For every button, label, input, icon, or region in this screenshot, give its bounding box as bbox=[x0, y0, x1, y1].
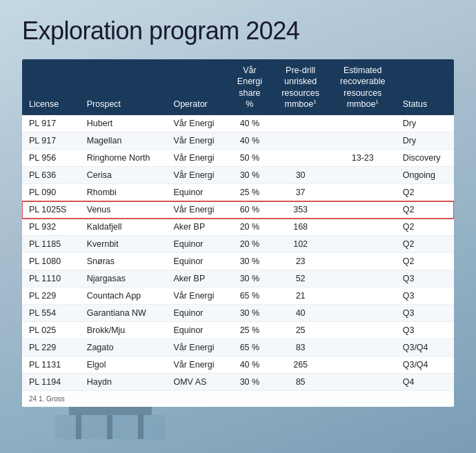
table-cell: Hubert bbox=[80, 115, 167, 132]
table-cell: PL 956 bbox=[22, 150, 80, 167]
footnote: 24 1. Gross bbox=[22, 391, 454, 407]
table-row: PL 554Garantiana NWEquinor30 %40Q3 bbox=[22, 305, 454, 322]
table-cell: Q3/Q4 bbox=[396, 339, 454, 356]
exploration-table: License Prospect Operator VårEnergishare… bbox=[22, 59, 454, 391]
table-cell: Countach App bbox=[80, 288, 167, 305]
table-cell: Q3 bbox=[396, 288, 454, 305]
table-cell: Zagato bbox=[80, 339, 167, 356]
table-row: PL 917HubertVår Energi40 %Dry bbox=[22, 115, 454, 132]
table-row: PL 1110NjargasasAker BP30 %52Q3 bbox=[22, 270, 454, 288]
table-cell: Njargasas bbox=[80, 270, 167, 288]
table-cell bbox=[330, 184, 396, 201]
svg-rect-3 bbox=[107, 415, 112, 439]
table-cell: Q2 bbox=[396, 201, 454, 219]
col-header-status: Status bbox=[396, 59, 454, 115]
table-cell: Rhombi bbox=[80, 184, 167, 201]
table-row: PL 1131ElgolVår Energi40 %265Q3/Q4 bbox=[22, 356, 454, 374]
table-cell: Haydn bbox=[80, 374, 167, 391]
table-row: PL 917MagellanVår Energi40 %Dry bbox=[22, 132, 454, 150]
table-cell: PL 1194 bbox=[22, 374, 80, 391]
table-cell bbox=[330, 339, 396, 356]
table-cell: Q4 bbox=[396, 374, 454, 391]
table-cell: PL 1110 bbox=[22, 270, 80, 288]
table-cell: 25 % bbox=[228, 184, 271, 201]
table-cell bbox=[272, 115, 330, 132]
table-row: PL 956Ringhorne NorthVår Energi50 %13-23… bbox=[22, 150, 454, 167]
table-cell: 65 % bbox=[228, 339, 271, 356]
table-cell: Vår Energi bbox=[166, 201, 228, 219]
table-cell: Vår Energi bbox=[166, 115, 228, 132]
table-cell: PL 1080 bbox=[22, 253, 80, 270]
table-row: PL 229Countach AppVår Energi65 %21Q3 bbox=[22, 288, 454, 305]
table-wrapper: License Prospect Operator VårEnergishare… bbox=[22, 59, 454, 407]
table-cell: Equinor bbox=[166, 322, 228, 339]
table-cell: Dry bbox=[396, 115, 454, 132]
col-header-predrill: Pre-drillunriskedresourcesmmboe1 bbox=[272, 59, 330, 115]
table-cell: PL 229 bbox=[22, 288, 80, 305]
table-cell bbox=[272, 150, 330, 167]
table-cell: PL 229 bbox=[22, 339, 80, 356]
table-cell: Vår Energi bbox=[166, 167, 228, 184]
table-cell: Q3/Q4 bbox=[396, 356, 454, 374]
table-cell bbox=[330, 253, 396, 270]
table-cell: Aker BP bbox=[166, 219, 228, 236]
table-row: PL 1025SVenusVår Energi60 %353Q2 bbox=[22, 201, 454, 219]
main-content: Exploration program 2024 License Prospec… bbox=[0, 0, 476, 418]
table-cell: PL 917 bbox=[22, 132, 80, 150]
table-cell: 30 bbox=[272, 167, 330, 184]
table-row: PL 932KaldafjellAker BP20 %168Q2 bbox=[22, 219, 454, 236]
table-cell: Snøras bbox=[80, 253, 167, 270]
table-cell: 83 bbox=[272, 339, 330, 356]
table-cell: 40 % bbox=[228, 115, 271, 132]
table-cell: OMV AS bbox=[166, 374, 228, 391]
svg-rect-2 bbox=[76, 415, 81, 439]
table-cell: 20 % bbox=[228, 219, 271, 236]
col-header-estimated: Estimatedrecoverableresourcesmmboe1 bbox=[330, 59, 396, 115]
col-header-operator: Operator bbox=[166, 59, 228, 115]
table-cell: Vår Energi bbox=[166, 132, 228, 150]
table-row: PL 025Brokk/MjuEquinor25 %25Q3 bbox=[22, 322, 454, 339]
table-cell: Ringhorne North bbox=[80, 150, 167, 167]
table-cell: PL 917 bbox=[22, 115, 80, 132]
table-row: PL 090RhombiEquinor25 %37Q2 bbox=[22, 184, 454, 201]
table-cell: Kvernbit bbox=[80, 236, 167, 253]
table-cell: Q2 bbox=[396, 219, 454, 236]
table-header-row: License Prospect Operator VårEnergishare… bbox=[22, 59, 454, 115]
table-cell: Q2 bbox=[396, 184, 454, 201]
table-cell: Brokk/Mju bbox=[80, 322, 167, 339]
table-cell: PL 932 bbox=[22, 219, 80, 236]
table-cell bbox=[272, 132, 330, 150]
table-cell: Equinor bbox=[166, 184, 228, 201]
table-cell: 30 % bbox=[228, 167, 271, 184]
table-cell: Q3 bbox=[396, 270, 454, 288]
table-cell: Garantiana NW bbox=[80, 305, 167, 322]
table-cell: PL 636 bbox=[22, 167, 80, 184]
table-cell: 52 bbox=[272, 270, 330, 288]
table-cell: PL 090 bbox=[22, 184, 80, 201]
table-cell: 265 bbox=[272, 356, 330, 374]
table-cell: 40 % bbox=[228, 356, 271, 374]
table-cell bbox=[330, 288, 396, 305]
table-cell: 20 % bbox=[228, 236, 271, 253]
table-cell: 85 bbox=[272, 374, 330, 391]
table-cell bbox=[330, 132, 396, 150]
table-cell: Venus bbox=[80, 201, 167, 219]
table-cell: Equinor bbox=[166, 236, 228, 253]
table-cell bbox=[330, 236, 396, 253]
table-cell: 25 bbox=[272, 322, 330, 339]
table-cell: 30 % bbox=[228, 374, 271, 391]
table-cell: 37 bbox=[272, 184, 330, 201]
table-cell: Kaldafjell bbox=[80, 219, 167, 236]
table-cell bbox=[330, 305, 396, 322]
table-cell: 23 bbox=[272, 253, 330, 270]
table-cell: 30 % bbox=[228, 305, 271, 322]
table-cell bbox=[330, 270, 396, 288]
table-cell: Cerisa bbox=[80, 167, 167, 184]
table-cell: Elgol bbox=[80, 356, 167, 374]
table-cell: PL 554 bbox=[22, 305, 80, 322]
table-cell: Vår Energi bbox=[166, 150, 228, 167]
table-cell: PL 025 bbox=[22, 322, 80, 339]
table-cell bbox=[330, 356, 396, 374]
page-title: Exploration program 2024 bbox=[22, 17, 454, 46]
table-cell bbox=[330, 322, 396, 339]
